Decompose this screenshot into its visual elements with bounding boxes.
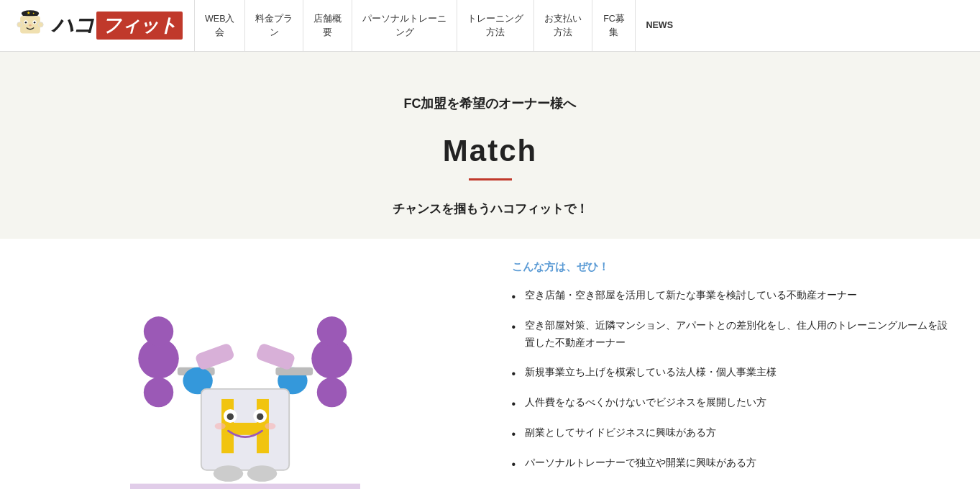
page-title-section: FC加盟を希望のオーナー様へ [0,81,980,134]
svg-point-33 [265,423,275,429]
svg-point-31 [257,413,263,420]
svg-point-6 [34,21,36,23]
svg-rect-27 [221,423,269,435]
site-header: ★ ✦ ハコ フィット WEB入 会 料金プラ ン 店舗概 要 パーソナルトレー… [0,0,980,52]
svg-point-19 [317,378,347,407]
svg-rect-23 [255,342,296,371]
svg-point-9 [38,22,43,27]
nav-payment[interactable]: お支払い 方法 [533,0,592,51]
svg-point-30 [226,413,233,420]
logo-hako-text: ハコ [52,11,93,40]
svg-rect-1 [23,12,38,15]
content-area: ハコ フィット こんな方は、ぜひ！ 空き店舗・空き部屋を活用して新たな事業を検討… [0,239,980,489]
list-item: 人件費をなるべくかけないでビジネスを展開したい方 [512,394,952,411]
svg-point-20 [144,316,173,346]
bullet-list: 空き店舗・空き部屋を活用して新たな事業を検討している不動産オーナー 空き部屋対策… [512,287,952,472]
image-column: ハコ フィット [0,239,490,489]
list-item: 空き部屋対策、近隣マンション、アパートとの差別化をし、住人用のトレーニングルーム… [512,317,952,352]
svg-point-8 [17,22,22,27]
list-item: 副業としてサイドビジネスに興味がある方 [512,424,952,442]
svg-point-32 [214,423,225,429]
logo-area: ★ ✦ ハコ フィット [0,0,194,51]
svg-rect-36 [130,484,360,489]
page-title: FC加盟を希望のオーナー様へ [0,95,980,112]
svg-point-5 [25,21,27,23]
svg-point-34 [214,465,243,482]
subtitle: チャンスを掴もうハコフィットで！ [0,188,980,239]
svg-text:★: ★ [27,11,30,15]
nav-pricing[interactable]: 料金プラ ン [244,0,303,51]
nav-web-signup[interactable]: WEB入 会 [194,0,244,51]
match-section: Match [0,134,980,188]
main-nav: WEB入 会 料金プラ ン 店舗概 要 パーソナルトレーニ ング トレーニング … [194,0,980,51]
logo-fit-text: フィット [96,12,183,40]
mascot-icon: ★ ✦ [12,7,49,45]
nav-store-info[interactable]: 店舗概 要 [303,0,352,51]
highlight-label: こんな方は、ぜひ！ [512,260,952,274]
logo-box: ★ ✦ ハコ フィット [12,7,183,45]
match-underline-decoration [469,178,512,180]
list-item: パーソナルトレーナーで独立や開業に興味がある方 [512,454,952,472]
nav-training-method[interactable]: トレーニング 方法 [457,0,533,51]
nav-personal-training[interactable]: パーソナルトレーニ ング [352,0,457,51]
svg-point-13 [144,378,173,407]
list-item: 新規事業立ち上げを模索している法人様・個人事業主様 [512,364,952,381]
nav-news[interactable]: NEWS [635,0,683,51]
match-heading: Match [443,134,537,174]
svg-point-7 [29,24,31,26]
list-item: 空き店舗・空き部屋を活用して新たな事業を検討している不動産オーナー [512,287,952,304]
nav-fc-recruit[interactable]: FC募 集 [592,0,635,51]
svg-rect-22 [194,342,235,371]
svg-rect-17 [275,367,313,375]
text-column: こんな方は、ぜひ！ 空き店舗・空き部屋を活用して新たな事業を検討している不動産オ… [490,239,981,489]
svg-point-21 [317,316,347,346]
mascot-illustration: ハコ フィット [14,253,476,489]
main-content: FC加盟を希望のオーナー様へ Match チャンスを掴もうハコフィットで！ [0,52,980,489]
mascot-svg [130,253,360,489]
svg-point-35 [247,465,277,482]
